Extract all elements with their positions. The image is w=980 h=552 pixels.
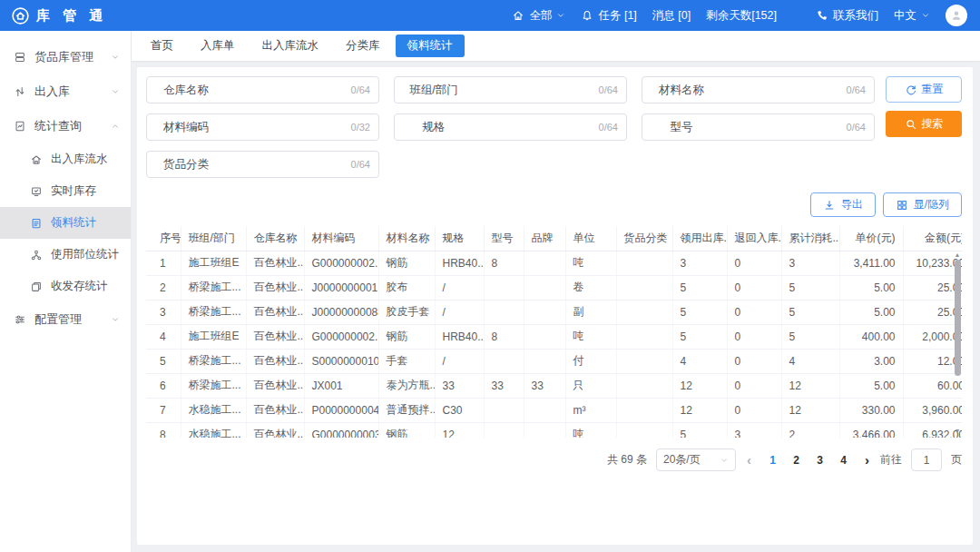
table-cell xyxy=(616,422,672,438)
prev-page-button[interactable]: ‹ xyxy=(745,452,753,468)
language-selector[interactable]: 中文 xyxy=(894,8,930,24)
filter-spec-input[interactable] xyxy=(473,114,599,140)
scroll-down-icon[interactable]: ▼ xyxy=(955,427,961,436)
goto-page-input[interactable] xyxy=(911,448,942,471)
sidebar-item-label: 领料统计 xyxy=(51,215,96,231)
filter-actions: 重置 搜索 xyxy=(886,76,962,137)
reset-button-label: 重置 xyxy=(922,82,944,97)
column-header: 规格 xyxy=(435,226,484,251)
sidebar-item-in-out[interactable]: 出入库 xyxy=(0,74,131,109)
sidebar-item-config[interactable]: 配置管理 xyxy=(0,302,131,337)
table-cell: G000000002... xyxy=(304,324,378,349)
column-header: 仓库名称 xyxy=(246,226,304,251)
filter-goods-category-input[interactable] xyxy=(225,152,351,177)
table-cell: 桥梁施工... xyxy=(181,373,246,398)
table-cell xyxy=(484,349,524,373)
sidebar-item-receive-send-stats[interactable]: 收发存统计 xyxy=(0,271,131,302)
table-row[interactable]: 3桥梁施工...百色林业...J00000000088胶皮手套/副5055.00… xyxy=(146,300,962,324)
table-row[interactable]: 1施工班组E百色林业...G000000002...钢筋HRB40...8吨30… xyxy=(146,251,962,275)
tab-material-stats[interactable]: 领料统计 xyxy=(396,34,465,57)
export-button[interactable]: 导出 xyxy=(810,192,876,217)
table-cell: / xyxy=(435,300,484,324)
toggle-columns-label: 显/隐列 xyxy=(914,197,949,212)
table-scrollbar[interactable]: ▲ ▼ xyxy=(953,251,962,436)
table-cell: 胶布 xyxy=(378,275,435,300)
chevron-down-icon xyxy=(111,87,120,96)
table-row[interactable]: 7水稳施工...百色林业...P0000000004普通预拌...C30m³12… xyxy=(146,398,962,422)
tab-inout-flow[interactable]: 出入库流水 xyxy=(250,34,331,57)
table-cell: 5.00 xyxy=(839,275,903,300)
sidebar-item-inout-flow[interactable]: 出入库流水 xyxy=(0,143,131,175)
avatar[interactable] xyxy=(946,5,967,26)
table-cell: 桥梁施工... xyxy=(181,300,246,324)
table-cell: 百色林业... xyxy=(246,398,304,422)
table-row[interactable]: 4施工班组E百色林业...G000000002...钢筋HRB40...8吨50… xyxy=(146,324,962,349)
filter-model-input[interactable] xyxy=(720,114,847,140)
sidebar-item-realtime-stock[interactable]: 实时库存 xyxy=(0,175,131,207)
warehouse-selector[interactable]: 全部 xyxy=(512,8,565,24)
column-header: 领用出库... xyxy=(672,226,727,251)
main-area: 首页入库单出入库流水分类库领料统计 仓库名称0/64班组/部门0/64材料名称0… xyxy=(132,31,980,552)
page-size-select[interactable]: 20条/页 xyxy=(656,448,736,471)
table-cell: 泰为方瓶... xyxy=(378,373,435,398)
page-number-2[interactable]: 2 xyxy=(786,452,807,468)
app-body: 货品库管理出入库统计查询出入库流水实时库存领料统计使用部位统计收发存统计配置管理… xyxy=(0,31,980,552)
toggle-columns-button[interactable]: 显/隐列 xyxy=(883,192,962,217)
reset-button[interactable]: 重置 xyxy=(886,76,962,103)
table-cell: 3.00 xyxy=(839,349,903,373)
filter-material-name-input[interactable] xyxy=(720,77,847,103)
page-unit-label: 页 xyxy=(951,452,962,468)
goto-label: 前往 xyxy=(880,452,902,468)
table-cell xyxy=(616,251,672,275)
table-row[interactable]: 2桥梁施工...百色林业...J0000000001胶布/卷5055.0025.… xyxy=(146,275,962,300)
tab-category-store[interactable]: 分类库 xyxy=(334,34,392,57)
sidebar-item-stats-query[interactable]: 统计查询 xyxy=(0,109,131,143)
sidebar-item-goods-warehouse[interactable]: 货品库管理 xyxy=(0,40,131,74)
table-cell: 百色林业... xyxy=(246,275,304,300)
messages-link[interactable]: 消息 [0] xyxy=(652,8,691,24)
filter-counter: 0/64 xyxy=(351,84,378,95)
table-cell: 百色林业... xyxy=(246,373,304,398)
panel-filler xyxy=(146,471,962,536)
filter-material-code-input[interactable] xyxy=(225,114,351,140)
table-cell: 桥梁施工... xyxy=(181,349,246,373)
next-page-button[interactable]: › xyxy=(863,452,871,468)
page-number-1[interactable]: 1 xyxy=(762,452,783,468)
table-cell: 只 xyxy=(565,373,616,398)
tab-home[interactable]: 首页 xyxy=(139,34,185,57)
sidebar-item-material-stats[interactable]: 领料统计 xyxy=(0,207,131,239)
scroll-up-icon[interactable]: ▲ xyxy=(955,251,961,260)
table-cell: 0 xyxy=(727,275,781,300)
page-number-3[interactable]: 3 xyxy=(809,452,830,468)
search-button[interactable]: 搜索 xyxy=(886,111,962,137)
scrollbar-track[interactable] xyxy=(954,260,961,427)
filter-label: 货品分类 xyxy=(147,157,225,172)
table-cell: 12 xyxy=(781,398,839,422)
filter-counter: 0/64 xyxy=(351,159,378,170)
scrollbar-thumb[interactable] xyxy=(955,260,961,376)
tasks-link[interactable]: 任务 [1] xyxy=(581,8,636,24)
filter-team-department-input[interactable] xyxy=(473,77,599,103)
column-header: 材料名称 xyxy=(378,226,435,251)
export-button-label: 导出 xyxy=(841,197,863,212)
contact-link[interactable]: 联系我们 xyxy=(816,8,878,24)
flow-icon xyxy=(30,153,43,166)
table-cell: HRB40... xyxy=(435,324,484,349)
table-cell xyxy=(484,398,524,422)
phone-icon xyxy=(816,9,828,22)
table-row[interactable]: 6桥梁施工...百色林业...JX001泰为方瓶...333333只120125… xyxy=(146,373,962,398)
table-cell: 3 xyxy=(781,251,839,275)
sidebar-item-usage-part-stats[interactable]: 使用部位统计 xyxy=(0,239,131,271)
table-row[interactable]: 8水稳施工...百色林业...G0000000003钢筋12吨5323,466.… xyxy=(146,422,962,438)
table-row[interactable]: 5桥梁施工...百色林业...S0000000010手套/付4043.0012.… xyxy=(146,349,962,373)
table-cell: 5 xyxy=(672,300,727,324)
tab-inbound-order[interactable]: 入库单 xyxy=(189,34,247,57)
page-number-4[interactable]: 4 xyxy=(833,452,854,468)
filter-warehouse-name-input[interactable] xyxy=(225,77,351,103)
table-cell: 2 xyxy=(781,422,839,438)
tasks-label: 任务 [1] xyxy=(598,8,636,24)
column-header: 材料编码 xyxy=(304,226,378,251)
column-header: 退回入库... xyxy=(727,226,781,251)
filter-model: 型号0/64 xyxy=(642,113,875,141)
table-cell: 吨 xyxy=(565,422,616,438)
